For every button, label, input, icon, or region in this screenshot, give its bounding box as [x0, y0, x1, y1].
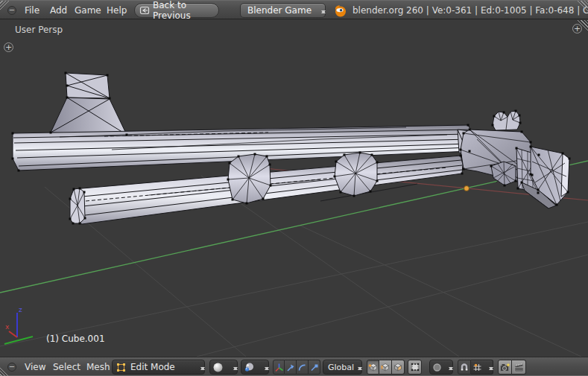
face-select-cube-icon	[393, 362, 403, 372]
menu-help[interactable]: Help	[107, 5, 127, 16]
occlude-geometry-icon	[410, 362, 420, 372]
menu-select[interactable]: Select	[53, 362, 80, 372]
menu-game[interactable]: Game	[75, 5, 101, 16]
snap-increment-icon	[472, 363, 482, 372]
statistics-text: blender.org 260 | Ve:0-361 | Ed:0-1005 |…	[353, 5, 588, 16]
snap-group	[458, 360, 493, 375]
mesh-front-sight-base	[51, 98, 127, 135]
orientation-value: Global	[328, 363, 354, 372]
proportional-edit-circle-icon	[432, 363, 442, 372]
top-header-bar: − File Add Game Help Back to Previous Bl…	[0, 0, 588, 19]
proportional-edit-dropdown[interactable]	[429, 360, 453, 375]
object-origin-dot	[464, 186, 470, 191]
view-name-label: User Persp	[15, 25, 63, 35]
mode-selector-dropdown[interactable]: Edit Mode	[112, 360, 205, 375]
snap-element-dropdown[interactable]	[471, 360, 493, 375]
select-mode-group	[367, 360, 405, 375]
limit-selection-to-visible-button[interactable]	[408, 360, 422, 375]
mode-selector-value: Edit Mode	[130, 362, 175, 372]
scene-selector-dropdown[interactable]: Blender Game	[240, 3, 326, 18]
clapperboard-icon	[513, 362, 525, 373]
menu-mesh[interactable]: Mesh	[86, 362, 110, 372]
rotate-manipulator-button[interactable]	[297, 360, 309, 375]
face-select-button[interactable]	[392, 360, 405, 375]
vertex-select-cube-icon	[368, 362, 379, 372]
expand-toolshelf-button[interactable]: +	[4, 42, 13, 52]
pivot-median-icon	[244, 362, 255, 373]
axis-gizmo: z x	[4, 306, 33, 344]
viewport-canvas[interactable]: z x	[0, 20, 588, 357]
transform-orientation-dropdown[interactable]: Global	[323, 360, 362, 375]
scale-manipulator-button[interactable]	[309, 360, 320, 375]
gun-mesh-model	[13, 73, 569, 224]
translate-arrow-icon	[285, 363, 295, 372]
manipulator-group	[273, 360, 320, 375]
viewport-header-bar: − View Select Mesh Edit Mode	[0, 357, 588, 376]
manipulator-toggle-button[interactable]	[273, 360, 285, 375]
back-arrow-icon	[139, 5, 150, 16]
expand-properties-button[interactable]: +	[572, 24, 582, 34]
render-opengl-button[interactable]	[498, 360, 512, 375]
collapse-menus-button[interactable]: −	[7, 363, 16, 372]
viewport-shading-dropdown[interactable]	[209, 360, 238, 375]
menu-file[interactable]: File	[25, 5, 39, 16]
gizmo-z-label: z	[19, 306, 22, 313]
pivot-point-dropdown[interactable]	[241, 360, 269, 375]
render-animation-button[interactable]	[512, 360, 526, 375]
rotate-arc-icon	[297, 363, 307, 372]
magnet-icon	[459, 362, 470, 372]
edge-select-cube-icon	[380, 362, 391, 372]
edit-mode-icon	[116, 362, 127, 373]
menu-view[interactable]: View	[25, 362, 45, 372]
scale-handle-icon	[309, 363, 319, 372]
scene-selector-value: Blender Game	[247, 5, 312, 16]
axis-tripod-icon	[274, 363, 284, 372]
back-to-previous-button[interactable]: Back to Previous	[134, 3, 219, 18]
snap-toggle-button[interactable]	[458, 360, 471, 375]
camera-icon	[499, 362, 510, 373]
translate-manipulator-button[interactable]	[285, 360, 297, 375]
shading-solid-sphere-icon	[212, 362, 224, 373]
gizmo-x-label: x	[5, 323, 10, 331]
edge-select-button[interactable]	[379, 360, 392, 375]
vertex-select-button[interactable]	[367, 360, 379, 375]
collapse-menus-button[interactable]: −	[7, 6, 16, 15]
menu-add[interactable]: Add	[50, 5, 67, 16]
blender-logo-icon	[333, 4, 347, 18]
3d-viewport[interactable]: z x User Persp (1) Cube.001 + +	[0, 20, 588, 357]
active-object-label: (1) Cube.001	[46, 334, 105, 344]
back-button-label: Back to Previous	[153, 0, 214, 21]
